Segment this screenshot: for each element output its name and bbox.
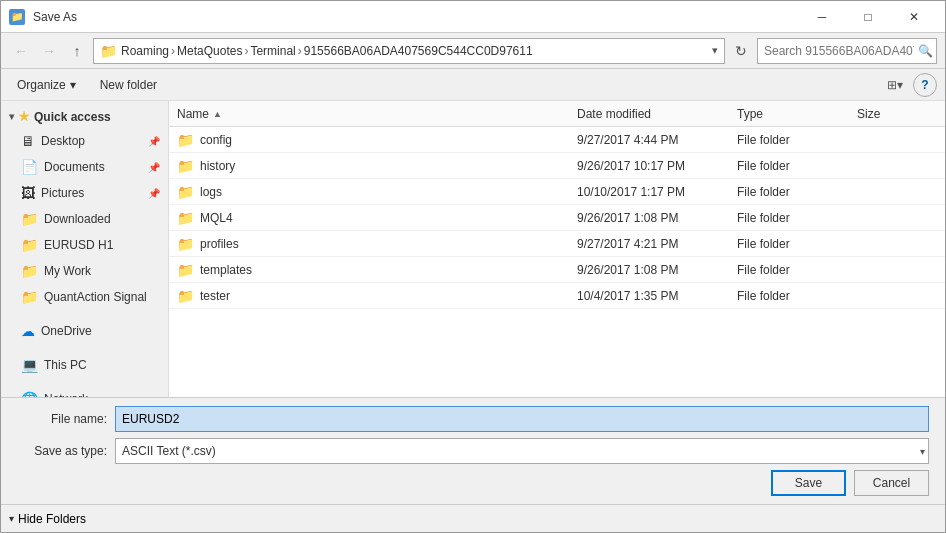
- sidebar-item-pictures[interactable]: 🖼 Pictures 📌: [1, 180, 168, 206]
- hide-folders-bar[interactable]: ▾ Hide Folders: [1, 504, 945, 532]
- sidebar-item-thispc[interactable]: 💻 This PC: [1, 352, 168, 378]
- sidebar-item-onedrive[interactable]: ☁ OneDrive: [1, 318, 168, 344]
- sidebar-item-network[interactable]: 🌐 Network: [1, 386, 168, 397]
- file-date-cell: 9/27/2017 4:21 PM: [577, 237, 737, 251]
- button-row: Save Cancel: [17, 470, 929, 496]
- file-name-cell: 📁 history: [177, 158, 577, 174]
- file-date-cell: 10/10/2017 1:17 PM: [577, 185, 737, 199]
- eurusd-icon: 📁: [21, 237, 38, 253]
- sidebar-item-eurusd[interactable]: 📁 EURUSD H1: [1, 232, 168, 258]
- folder-icon: 📁: [177, 288, 194, 304]
- file-name: tester: [200, 289, 230, 303]
- address-dropdown-icon: ▾: [712, 44, 718, 57]
- organize-label: Organize: [17, 78, 66, 92]
- sidebar-item-desktop[interactable]: 🖥 Desktop 📌: [1, 128, 168, 154]
- search-box[interactable]: 🔍: [757, 38, 937, 64]
- file-name: profiles: [200, 237, 239, 251]
- dialog-icon: 📁: [9, 9, 25, 25]
- maximize-button[interactable]: □: [845, 1, 891, 33]
- view-icon: ⊞: [887, 78, 897, 92]
- quick-access-label: Quick access: [34, 110, 111, 124]
- new-folder-button[interactable]: New folder: [92, 73, 165, 97]
- sidebar-item-onedrive-label: OneDrive: [41, 324, 92, 338]
- quick-access-star-icon: ★: [18, 109, 30, 124]
- back-button[interactable]: ←: [9, 39, 33, 63]
- table-row[interactable]: 📁 MQL4 9/26/2017 1:08 PM File folder: [169, 205, 945, 231]
- folder-icon: 📁: [177, 132, 194, 148]
- file-rows-container: 📁 config 9/27/2017 4:44 PM File folder 📁…: [169, 127, 945, 309]
- desktop-icon: 🖥: [21, 133, 35, 149]
- thispc-icon: 💻: [21, 357, 38, 373]
- table-row[interactable]: 📁 logs 10/10/2017 1:17 PM File folder: [169, 179, 945, 205]
- file-name-cell: 📁 logs: [177, 184, 577, 200]
- help-button[interactable]: ?: [913, 73, 937, 97]
- view-button[interactable]: ⊞ ▾: [881, 73, 909, 97]
- table-row[interactable]: 📁 history 9/26/2017 10:17 PM File folder: [169, 153, 945, 179]
- filename-input[interactable]: [115, 406, 929, 432]
- column-name[interactable]: Name ▲: [177, 107, 577, 121]
- search-input[interactable]: [764, 44, 914, 58]
- sort-indicator-icon: ▲: [213, 109, 222, 119]
- file-name: MQL4: [200, 211, 233, 225]
- file-list-area: Name ▲ Date modified Type Size 📁 config: [169, 101, 945, 397]
- column-type[interactable]: Type: [737, 107, 857, 121]
- organize-button[interactable]: Organize ▾: [9, 73, 84, 97]
- hide-folders-label: Hide Folders: [18, 512, 86, 526]
- cancel-button[interactable]: Cancel: [854, 470, 929, 496]
- file-name-cell: 📁 MQL4: [177, 210, 577, 226]
- onedrive-icon: ☁: [21, 323, 35, 339]
- file-date-cell: 9/26/2017 10:17 PM: [577, 159, 737, 173]
- file-date-cell: 9/26/2017 1:08 PM: [577, 211, 737, 225]
- desktop-pin-icon: 📌: [148, 136, 160, 147]
- search-icon: 🔍: [918, 44, 933, 58]
- sidebar-item-quantaction[interactable]: 📁 QuantAction Signal: [1, 284, 168, 310]
- saveastype-label: Save as type:: [17, 444, 107, 458]
- saveastype-select-wrapper: ASCII Text (*.csv) ▾: [115, 438, 929, 464]
- pictures-icon: 🖼: [21, 185, 35, 201]
- file-name-cell: 📁 config: [177, 132, 577, 148]
- sidebar-item-mywork[interactable]: 📁 My Work: [1, 258, 168, 284]
- sidebar-item-desktop-label: Desktop: [41, 134, 85, 148]
- up-button[interactable]: ↑: [65, 39, 89, 63]
- file-name: logs: [200, 185, 222, 199]
- forward-button[interactable]: →: [37, 39, 61, 63]
- filename-row: File name:: [17, 406, 929, 432]
- file-name-cell: 📁 profiles: [177, 236, 577, 252]
- address-bar[interactable]: 📁 Roaming › MetaQuotes › Terminal › 9155…: [93, 38, 725, 64]
- column-date[interactable]: Date modified: [577, 107, 737, 121]
- file-type-cell: File folder: [737, 185, 857, 199]
- file-name: templates: [200, 263, 252, 277]
- sidebar-item-documents[interactable]: 📄 Documents 📌: [1, 154, 168, 180]
- sidebar-item-documents-label: Documents: [44, 160, 105, 174]
- sidebar-item-pictures-label: Pictures: [41, 186, 84, 200]
- file-type-cell: File folder: [737, 211, 857, 225]
- pictures-pin-icon: 📌: [148, 188, 160, 199]
- sidebar-item-thispc-label: This PC: [44, 358, 87, 372]
- saveastype-row: Save as type: ASCII Text (*.csv) ▾: [17, 438, 929, 464]
- sidebar-item-downloaded[interactable]: 📁 Downloaded: [1, 206, 168, 232]
- refresh-button[interactable]: ↻: [729, 39, 753, 63]
- quick-access-header[interactable]: ▾ ★ Quick access: [1, 105, 168, 128]
- table-row[interactable]: 📁 templates 9/26/2017 1:08 PM File folde…: [169, 257, 945, 283]
- sidebar-item-quantaction-label: QuantAction Signal: [44, 290, 147, 304]
- address-current: 915566BA06ADA407569C544CC0D97611: [304, 44, 533, 58]
- sidebar: ▾ ★ Quick access 🖥 Desktop 📌 📄 Documents…: [1, 101, 169, 397]
- table-row[interactable]: 📁 config 9/27/2017 4:44 PM File folder: [169, 127, 945, 153]
- column-size[interactable]: Size: [857, 107, 937, 121]
- folder-icon: 📁: [177, 262, 194, 278]
- address-parts: Roaming › MetaQuotes › Terminal › 915566…: [121, 44, 708, 58]
- new-folder-label: New folder: [100, 78, 157, 92]
- file-name: history: [200, 159, 235, 173]
- minimize-button[interactable]: ─: [799, 1, 845, 33]
- sidebar-item-downloaded-label: Downloaded: [44, 212, 111, 226]
- file-type-cell: File folder: [737, 289, 857, 303]
- saveastype-select[interactable]: ASCII Text (*.csv): [115, 438, 929, 464]
- hide-folders-chevron-icon: ▾: [9, 513, 14, 524]
- table-row[interactable]: 📁 profiles 9/27/2017 4:21 PM File folder: [169, 231, 945, 257]
- address-roaming: Roaming: [121, 44, 169, 58]
- save-button[interactable]: Save: [771, 470, 846, 496]
- file-date-cell: 10/4/2017 1:35 PM: [577, 289, 737, 303]
- close-button[interactable]: ✕: [891, 1, 937, 33]
- view-arrow-icon: ▾: [897, 78, 903, 92]
- table-row[interactable]: 📁 tester 10/4/2017 1:35 PM File folder: [169, 283, 945, 309]
